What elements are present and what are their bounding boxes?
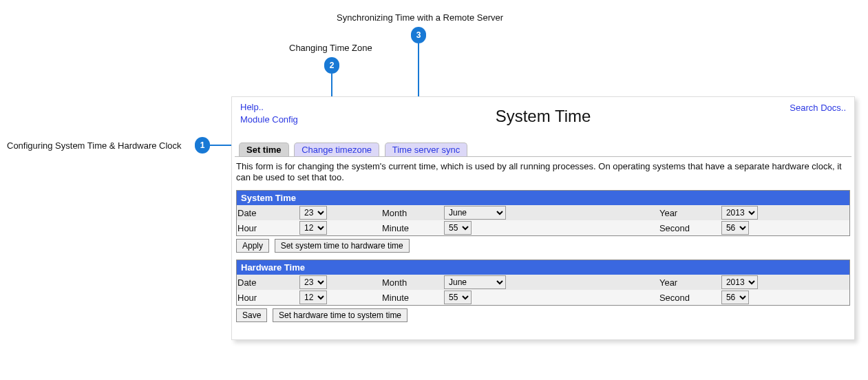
- system-year-select[interactable]: 2013: [721, 206, 758, 220]
- label-minute: Minute: [381, 220, 443, 235]
- label-date: Date: [237, 205, 299, 220]
- hw-second-select[interactable]: 56: [721, 291, 749, 304]
- hw-label-hour: Hour: [237, 290, 299, 305]
- callout-3-badge: 3: [411, 27, 426, 43]
- hardware-time-section: Hardware Time Date 23 Month June Year 20…: [236, 260, 850, 306]
- hw-date-select[interactable]: 23: [299, 275, 327, 289]
- tab-row: Set time Change timezone Time server syn…: [235, 142, 851, 157]
- system-second-select[interactable]: 56: [721, 221, 749, 235]
- webmin-panel: Help.. Module Config System Time Search …: [231, 96, 855, 340]
- help-link[interactable]: Help..: [240, 101, 264, 114]
- save-button[interactable]: Save: [236, 308, 267, 322]
- system-date-select[interactable]: 23: [299, 206, 327, 220]
- hw-label-date: Date: [237, 275, 299, 290]
- hw-label-year: Year: [659, 275, 721, 290]
- label-year: Year: [659, 205, 721, 220]
- system-time-buttons: Apply Set system time to hardware time: [236, 239, 850, 253]
- label-hour: Hour: [237, 220, 299, 235]
- label-second: Second: [659, 220, 721, 235]
- hw-hour-select[interactable]: 12: [299, 291, 327, 304]
- tab-set-time[interactable]: Set time: [239, 142, 289, 156]
- form-description: This form is for changing the system's c…: [236, 161, 850, 183]
- module-config-link[interactable]: Module Config: [240, 114, 298, 126]
- hw-minute-select[interactable]: 55: [444, 291, 472, 304]
- search-docs-link[interactable]: Search Docs..: [790, 103, 846, 113]
- hw-year-select[interactable]: 2013: [721, 275, 758, 289]
- hw-month-select[interactable]: June: [444, 275, 506, 289]
- callout-1-label: Configuring System Time & Hardware Clock: [7, 140, 182, 151]
- apply-button[interactable]: Apply: [236, 239, 269, 253]
- system-minute-select[interactable]: 55: [444, 221, 472, 235]
- system-hour-select[interactable]: 12: [299, 221, 327, 235]
- tab-time-server-sync[interactable]: Time server sync: [385, 142, 467, 156]
- hw-label-month: Month: [381, 275, 443, 290]
- hw-label-minute: Minute: [381, 290, 443, 305]
- callout-1-badge: 1: [195, 137, 210, 154]
- topbar: Help.. Module Config System Time Search …: [232, 97, 854, 126]
- system-month-select[interactable]: June: [444, 206, 506, 220]
- callout-3-label: Synchronizing Time with a Remote Server: [337, 12, 503, 23]
- hardware-time-buttons: Save Set hardware time to system time: [236, 308, 850, 322]
- set-hardware-to-system-button[interactable]: Set hardware time to system time: [273, 308, 407, 322]
- set-system-to-hardware-button[interactable]: Set system time to hardware time: [275, 239, 410, 253]
- callout-2-badge: 2: [324, 57, 339, 74]
- callout-2-label: Changing Time Zone: [289, 43, 372, 53]
- hw-label-second: Second: [659, 290, 721, 305]
- top-left-links: Help.. Module Config: [240, 101, 846, 126]
- system-time-heading: System Time: [237, 191, 849, 205]
- hardware-time-heading: Hardware Time: [237, 260, 849, 275]
- label-month: Month: [381, 205, 443, 220]
- tab-change-timezone[interactable]: Change timezone: [294, 142, 379, 156]
- system-time-section: System Time Date 23 Month June Year 2013…: [236, 190, 850, 236]
